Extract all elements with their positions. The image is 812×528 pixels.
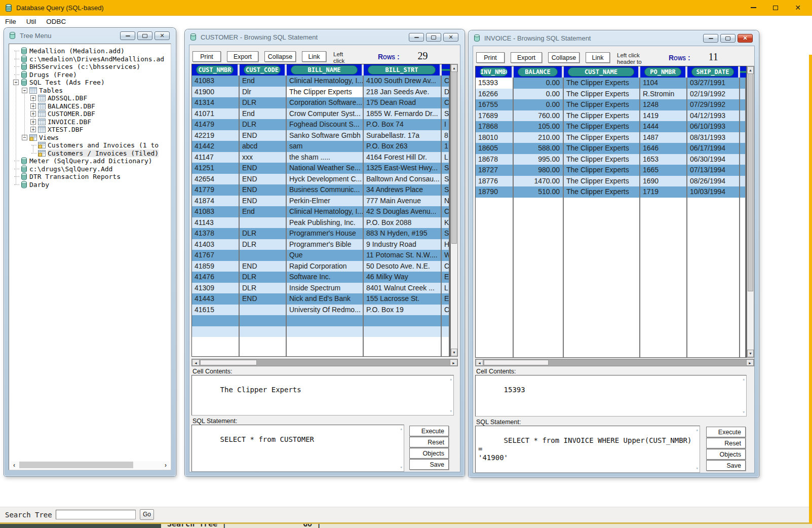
table-row[interactable]: 41309DLRInside Spectrum8401 Walnut Creek…: [192, 283, 450, 294]
table-cell[interactable]: 1719: [640, 186, 687, 198]
app-close-button[interactable]: ✕: [787, 0, 808, 15]
table-cell[interactable]: 41442: [192, 141, 240, 152]
table-cell[interactable]: 980.00: [514, 165, 564, 176]
invoice-cell-contents[interactable]: 15393 ▴ ▾: [475, 375, 747, 417]
table-row[interactable]: 41403DLRProgrammer's Bible9 Industry Roa…: [192, 239, 450, 250]
save-button[interactable]: Save: [409, 459, 449, 470]
table-cell[interactable]: End: [240, 76, 287, 87]
table-cell[interactable]: C: [442, 206, 450, 217]
customer-close-button[interactable]: ✕: [443, 33, 458, 42]
table-cell[interactable]: [364, 315, 442, 326]
table-cell[interactable]: 18605: [476, 143, 514, 154]
table-cell[interactable]: [442, 326, 450, 337]
tree-horizontal-scrollbar[interactable]: ‹ ›: [10, 461, 170, 469]
table-cell[interactable]: The Clipper Experts: [564, 110, 640, 122]
table-cell[interactable]: D: [442, 87, 450, 98]
table-cell[interactable]: xxx: [240, 152, 287, 163]
tree-item[interactable]: Darby: [13, 181, 171, 189]
execute-button[interactable]: Execute: [706, 427, 746, 437]
table-cell[interactable]: [740, 165, 746, 176]
app-maximize-button[interactable]: [765, 0, 786, 15]
table-cell[interactable]: 41071: [192, 108, 240, 120]
scroll-left-icon[interactable]: ◄: [476, 359, 483, 366]
table-cell[interactable]: END: [240, 163, 287, 174]
customer-cell-contents[interactable]: The Clipper Experts ▴ ▾: [191, 375, 454, 416]
table-cell[interactable]: 175 Dean Road: [364, 97, 442, 108]
tree-item[interactable]: −Tables: [13, 87, 171, 95]
table-cell[interactable]: The Clipper Experts: [564, 99, 640, 110]
table-cell[interactable]: 41476: [192, 272, 240, 283]
table-row[interactable]: 41083EndClinical Hematology, I...42 S Do…: [192, 206, 450, 217]
table-row[interactable]: 41874ENDPerkin-Elmer777 Main AvenueN: [192, 196, 450, 207]
table-row[interactable]: 18790510.00The Clipper Experts171910/03/…: [476, 186, 746, 198]
table-cell[interactable]: Clinical Hematology, I...: [287, 76, 364, 87]
tree-item[interactable]: −SQL Test (Ads Free): [13, 79, 171, 87]
table-cell[interactable]: 41403: [192, 239, 240, 250]
spin-up-icon[interactable]: ▴: [743, 377, 745, 382]
tree-item[interactable]: Meter (SqlQuery.add Dictionary): [13, 157, 171, 165]
table-cell[interactable]: 41378: [192, 228, 240, 239]
table-cell[interactable]: sam: [287, 141, 364, 152]
table-cell[interactable]: END: [240, 196, 287, 207]
table-cell[interactable]: S: [442, 228, 450, 239]
table-row[interactable]: 153930.00The Clipper Experts110403/27/19…: [476, 78, 746, 89]
table-cell[interactable]: [240, 326, 287, 337]
table-row[interactable]: 41479DLRFoghead Discount S...P.O. Box 74…: [192, 119, 450, 130]
table-cell[interactable]: Programmer's House: [287, 228, 364, 239]
table-cell[interactable]: Programmer's Bible: [287, 239, 364, 250]
table-cell[interactable]: DLR: [240, 119, 287, 130]
table-cell[interactable]: 16266: [476, 89, 514, 100]
table-row[interactable]: 41779ENDBusiness Communic...34 Andrews P…: [192, 184, 450, 196]
table-cell[interactable]: 41900: [192, 87, 240, 98]
column-header-bill_strt[interactable]: BILL_STRT: [364, 64, 442, 76]
table-cell[interactable]: 0.00: [514, 78, 564, 89]
table-row[interactable]: 162660.00The Clipper ExpertsR.Stromin02/…: [476, 89, 746, 100]
table-cell[interactable]: 18010: [476, 132, 514, 143]
scrollbar-thumb[interactable]: [200, 360, 257, 365]
table-cell[interactable]: 8401 Walnut Creek ...: [364, 283, 442, 294]
table-cell[interactable]: [740, 143, 746, 154]
table-cell[interactable]: [240, 250, 287, 261]
table-cell[interactable]: Software Inc.: [287, 272, 364, 283]
table-row[interactable]: 41900DlrThe Clipper Experts218 Jan Seeds…: [192, 87, 450, 98]
table-row[interactable]: 41147xxxthe sham .....4164 Forest Hill D…: [192, 152, 450, 163]
table-cell[interactable]: 15393: [476, 78, 514, 89]
customer-minimize-button[interactable]: [409, 33, 424, 42]
table-row[interactable]: 41767Que11 Potomac St. N.W....W: [192, 250, 450, 261]
tree-item[interactable]: c:\drugs\SqlQuery.Add: [13, 165, 171, 173]
table-row[interactable]: 41443ENDNick and Ed's Bank155 Lacrosse S…: [192, 293, 450, 305]
table-cell[interactable]: 41309: [192, 283, 240, 294]
spin-down-icon[interactable]: ▾: [450, 409, 452, 413]
table-cell[interactable]: [442, 315, 450, 326]
table-row[interactable]: 18010210.00The Clipper Experts148708/31/…: [476, 132, 746, 143]
table-cell[interactable]: 11 Potomac St. N.W....: [364, 250, 442, 261]
customer-vertical-scrollbar[interactable]: ▲ ▼: [450, 64, 458, 357]
table-cell[interactable]: [740, 121, 746, 132]
tree-item[interactable]: Medallion (Medalion.add): [13, 47, 171, 55]
table-cell[interactable]: 34 Andrews Place: [364, 184, 442, 196]
spin-down-icon[interactable]: ▾: [400, 465, 403, 470]
table-row[interactable]: 41442abcdsamP.O. Box 2631: [192, 141, 450, 152]
table-cell[interactable]: 04/12/1993: [687, 110, 740, 122]
table-cell[interactable]: 06/30/1994: [687, 154, 740, 165]
table-cell[interactable]: 41143: [192, 217, 240, 229]
table-cell[interactable]: 4100 South Drew Av...: [364, 76, 442, 87]
spin-up-icon[interactable]: ▴: [400, 427, 403, 431]
table-cell[interactable]: 03/27/1991: [687, 78, 740, 89]
spin-up-icon[interactable]: ▴: [696, 428, 699, 432]
scrollbar-thumb[interactable]: [451, 71, 457, 244]
table-cell[interactable]: Balltown And Consau...: [364, 174, 442, 185]
table-cell[interactable]: 1419: [640, 110, 687, 122]
table-row[interactable]: 41071EndCrow Computer Syst...1855 W. Fer…: [192, 108, 450, 120]
table-cell[interactable]: END: [240, 261, 287, 272]
spin-down-icon[interactable]: ▾: [696, 466, 699, 471]
scrollbar-thumb[interactable]: [19, 462, 133, 468]
table-cell[interactable]: 1325 East-West Hwy...: [364, 163, 442, 174]
table-cell[interactable]: National Weather Se...: [287, 163, 364, 174]
table-row[interactable]: 41314DLRCorporation Software...175 Dean …: [192, 97, 450, 108]
invoice-maximize-button[interactable]: [720, 34, 736, 43]
scroll-up-icon[interactable]: ▲: [747, 66, 754, 74]
table-cell[interactable]: Perkin-Elmer: [287, 196, 364, 207]
table-cell[interactable]: [287, 315, 364, 326]
spin-down-icon[interactable]: ▾: [743, 410, 745, 414]
